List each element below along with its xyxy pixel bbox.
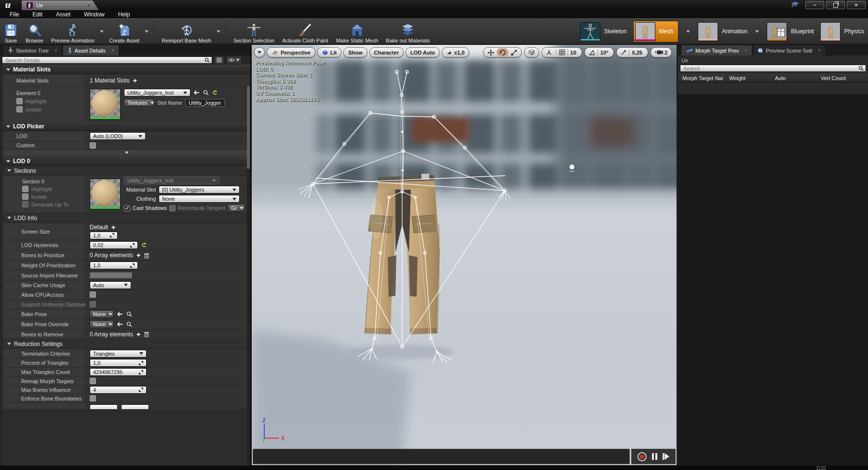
section-isolate-checkbox[interactable] <box>22 194 28 200</box>
preview-animation-dropdown-icon[interactable] <box>100 30 104 33</box>
angle-snap-toggle[interactable] <box>586 48 597 56</box>
preview-viewport[interactable]: Perspective Lit Show Character LOD Auto … <box>251 44 677 466</box>
perspective-button[interactable]: Perspective <box>267 47 315 57</box>
trash-icon[interactable] <box>144 252 149 259</box>
column-vert-count[interactable]: Vert Count <box>816 74 868 82</box>
browse-to-asset-icon[interactable] <box>203 90 209 96</box>
morph-search-box[interactable] <box>680 65 866 72</box>
section-selection-button[interactable]: Section Selection <box>230 19 278 44</box>
tab-asset-details-close-icon[interactable]: × <box>111 48 114 53</box>
lod-auto-button[interactable]: LOD Auto <box>406 47 440 57</box>
max-bones-influence-spinner[interactable]: 4 <box>90 386 147 394</box>
menu-help[interactable]: Help <box>111 11 137 18</box>
clipped-widget[interactable] <box>90 404 118 409</box>
morph-search-input[interactable] <box>682 65 858 72</box>
grid-snap-value-button[interactable]: 10 <box>568 48 580 56</box>
skin-cache-usage-dropdown[interactable]: Auto <box>90 281 131 289</box>
column-weight[interactable]: Weight <box>724 74 770 82</box>
preview-animation-button[interactable]: Preview Animation <box>47 19 99 44</box>
material-instance-dropdown[interactable]: Utility_Joggers_Inst <box>124 89 190 97</box>
add-array-element-icon[interactable]: + <box>136 252 140 259</box>
translate-tool-button[interactable] <box>485 48 497 56</box>
minimize-button[interactable]: – <box>805 1 824 9</box>
browse-button[interactable]: Browse <box>22 19 47 44</box>
mode-tab-blueprint[interactable]: Blueprint <box>767 22 814 41</box>
section-material-thumbnail[interactable] <box>90 179 121 209</box>
support-uniformly-checkbox[interactable] <box>90 301 96 307</box>
grid-snap-toggle[interactable] <box>556 48 568 56</box>
column-auto[interactable]: Auto <box>770 74 816 82</box>
tutorial-cap-icon[interactable] <box>791 1 800 9</box>
reset-to-default-icon[interactable] <box>141 243 147 248</box>
subcategory-lod-info[interactable]: LOD Info <box>3 213 250 223</box>
use-selected-arrow-icon[interactable] <box>117 312 123 317</box>
add-screen-size-override-icon[interactable]: + <box>111 224 115 231</box>
reset-to-default-icon[interactable] <box>212 90 217 96</box>
details-expander-strip[interactable] <box>3 150 250 156</box>
browse-to-asset-icon[interactable] <box>126 321 132 327</box>
screen-size-spinner[interactable]: 1,0 <box>90 232 118 239</box>
category-lod0[interactable]: LOD 0 <box>3 156 250 166</box>
bake-pose-dropdown[interactable]: None <box>90 310 114 318</box>
clothing-dropdown[interactable]: None <box>159 195 240 203</box>
tangent-mode-dropdown[interactable]: Gr <box>228 204 245 212</box>
use-selected-arrow-icon[interactable] <box>117 322 123 327</box>
allow-cpuaccess-checkbox[interactable] <box>90 291 96 298</box>
record-button[interactable] <box>637 452 647 461</box>
menu-edit[interactable]: Edit <box>26 11 49 18</box>
browse-to-asset-icon[interactable] <box>126 311 132 317</box>
section-material-instance-dropdown[interactable]: Utility_Joggers_Inst <box>124 177 219 184</box>
tab-asset-details[interactable]: Asset Details × <box>63 45 119 55</box>
tab-preview-scene-close-icon[interactable]: × <box>818 48 821 53</box>
category-material-slots[interactable]: Material Slots <box>3 65 250 74</box>
bake-out-materials-button[interactable]: Bake out Materials <box>382 19 434 44</box>
clipped-widget[interactable] <box>121 404 149 409</box>
create-asset-button[interactable]: Create Asset <box>105 19 143 44</box>
textures-dropdown[interactable]: Textures <box>124 99 154 107</box>
close-button[interactable]: × <box>847 1 866 9</box>
property-matrix-button[interactable] <box>214 56 224 64</box>
column-morph-target-name[interactable]: Morph Target Nai <box>678 75 724 81</box>
rotate-tool-button[interactable] <box>497 48 508 56</box>
make-static-mesh-button[interactable]: Make Static Mesh <box>332 19 382 44</box>
activate-cloth-paint-button[interactable]: Activate Cloth Paint <box>278 19 332 44</box>
source-import-filename-field[interactable] <box>90 272 132 278</box>
details-scrollbar-thumb[interactable] <box>247 86 250 169</box>
highlight-checkbox[interactable] <box>16 98 23 104</box>
use-selected-arrow-icon[interactable] <box>194 90 200 95</box>
generate-up-to-checkbox[interactable] <box>22 201 28 207</box>
details-search-input[interactable] <box>4 57 204 64</box>
animation-dropdown-icon[interactable] <box>755 30 759 33</box>
details-scrollbar[interactable] <box>247 86 250 464</box>
details-search-box[interactable] <box>2 56 212 64</box>
playback-speed-button[interactable]: x1,0 <box>442 47 469 57</box>
create-asset-dropdown-icon[interactable] <box>145 30 149 33</box>
isolate-checkbox[interactable] <box>16 106 23 112</box>
menu-window[interactable]: Window <box>77 11 111 18</box>
subcategory-reduction-settings[interactable]: Reduction Settings <box>3 339 250 349</box>
character-button[interactable]: Character <box>369 47 404 57</box>
tab-morph-close-icon[interactable]: × <box>745 48 747 53</box>
reimport-dropdown-icon[interactable] <box>217 30 220 33</box>
angle-snap-value-button[interactable]: 10° <box>598 48 612 56</box>
enforce-bone-boundaries-checkbox[interactable] <box>90 395 96 401</box>
category-lod-picker[interactable]: LOD Picker <box>3 122 250 131</box>
trash-icon[interactable] <box>144 331 149 337</box>
show-button[interactable]: Show <box>343 47 367 57</box>
morph-target-list[interactable] <box>678 94 868 466</box>
tab-skeleton-tree-close-icon[interactable]: × <box>54 48 57 53</box>
lod-hysteresis-spinner[interactable]: 0,02 <box>90 241 138 249</box>
termination-criterion-dropdown[interactable]: Triangles <box>90 350 147 358</box>
coordinate-space-button[interactable] <box>524 47 539 57</box>
restore-button[interactable] <box>826 1 845 9</box>
view-options-button[interactable] <box>226 56 242 64</box>
mode-tab-mesh[interactable]: Mesh <box>633 21 678 42</box>
tab-preview-scene-settings[interactable]: Preview Scene Sett × <box>753 45 825 55</box>
tab-skeleton-tree[interactable]: Skeleton Tree × <box>3 45 62 55</box>
save-button[interactable]: Save <box>0 19 22 44</box>
bake-pose-override-dropdown[interactable]: None <box>90 320 114 328</box>
viewport-options-button[interactable] <box>254 47 265 57</box>
document-tab[interactable]: Ue × <box>22 0 99 10</box>
step-forward-button[interactable] <box>663 453 669 460</box>
lod-dropdown[interactable]: Auto (LOD0) <box>90 132 146 140</box>
